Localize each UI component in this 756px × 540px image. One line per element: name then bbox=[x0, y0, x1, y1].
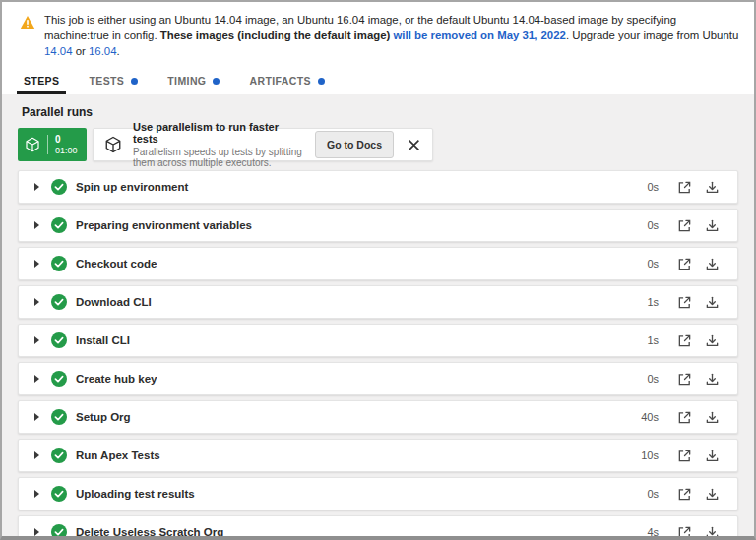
step-row[interactable]: Run Apex Tests 10s bbox=[18, 439, 738, 472]
open-in-new-window-icon[interactable] bbox=[670, 408, 698, 427]
step-duration: 0s bbox=[633, 181, 659, 193]
expand-caret-icon[interactable] bbox=[34, 260, 39, 268]
parallelism-info-title: Use parallelism to run faster tests bbox=[133, 121, 304, 145]
expand-caret-icon[interactable] bbox=[34, 375, 39, 383]
step-label: Download CLI bbox=[76, 296, 633, 308]
deprecation-banner: This job is either using an Ubuntu 14.04… bbox=[2, 2, 754, 63]
banner-text-bold: These images (including the default imag… bbox=[160, 30, 394, 41]
download-icon[interactable] bbox=[698, 293, 725, 312]
step-row[interactable]: Delete Useless Scratch Org 4s bbox=[18, 515, 738, 540]
step-label: Install CLI bbox=[76, 334, 633, 346]
parallelism-cube-icon bbox=[25, 137, 40, 152]
banner-text-segment: . bbox=[117, 45, 120, 57]
tab-notification-dot-icon bbox=[131, 78, 138, 85]
download-icon[interactable] bbox=[698, 370, 725, 389]
open-in-new-window-icon[interactable] bbox=[670, 293, 698, 312]
step-row[interactable]: Setup Org 40s bbox=[18, 400, 738, 434]
download-icon[interactable] bbox=[698, 178, 725, 197]
close-icon[interactable] bbox=[405, 137, 423, 153]
success-check-icon bbox=[51, 409, 67, 425]
parallel-runs-heading: Parallel runs bbox=[22, 105, 738, 119]
step-label: Preparing environment variables bbox=[76, 219, 633, 231]
download-icon[interactable] bbox=[698, 331, 725, 350]
step-label: Spin up environment bbox=[76, 181, 633, 193]
open-in-new-window-icon[interactable] bbox=[670, 370, 698, 389]
step-label: Run Apex Tests bbox=[76, 450, 633, 461]
step-duration: 4s bbox=[633, 526, 659, 538]
ubuntu-1404-link[interactable]: 14.04 bbox=[44, 45, 73, 57]
success-check-icon bbox=[51, 256, 67, 271]
step-duration: 0s bbox=[633, 488, 659, 500]
parallel-runs-row: 0 01:00 Use parallelism to run faster te… bbox=[18, 128, 738, 161]
success-check-icon bbox=[51, 371, 67, 387]
step-row[interactable]: Preparing environment variables 0s bbox=[18, 209, 738, 242]
step-row[interactable]: Checkout code 0s bbox=[18, 247, 738, 280]
banner-message: This job is either using an Ubuntu 14.04… bbox=[44, 12, 740, 59]
open-in-new-window-icon[interactable] bbox=[670, 331, 698, 350]
step-duration: 1s bbox=[633, 296, 659, 308]
step-label: Uploading test results bbox=[76, 488, 633, 500]
tab-item[interactable]: TIMING bbox=[166, 67, 220, 94]
steps-panel: Parallel runs 0 01:00 bbox=[2, 94, 754, 540]
expand-caret-icon[interactable] bbox=[34, 490, 39, 498]
step-row[interactable]: Uploading test results 0s bbox=[18, 477, 738, 510]
expand-caret-icon[interactable] bbox=[34, 336, 39, 344]
run-duration: 01:00 bbox=[55, 146, 78, 155]
step-label: Delete Useless Scratch Org bbox=[76, 526, 633, 538]
step-row[interactable]: Download CLI 1s bbox=[18, 285, 738, 319]
success-check-icon bbox=[51, 448, 67, 463]
tab-label: TIMING bbox=[167, 75, 206, 87]
ubuntu-1604-link[interactable]: 16.04 bbox=[89, 45, 117, 57]
open-in-new-window-icon[interactable] bbox=[670, 485, 698, 504]
download-icon[interactable] bbox=[698, 447, 725, 465]
step-label: Checkout code bbox=[76, 258, 633, 270]
expand-caret-icon[interactable] bbox=[34, 221, 39, 229]
parallelism-cube-icon bbox=[104, 136, 122, 153]
success-check-icon bbox=[51, 332, 67, 348]
step-label: Setup Org bbox=[76, 411, 633, 423]
step-duration: 40s bbox=[633, 411, 659, 423]
download-icon[interactable] bbox=[698, 255, 725, 273]
job-tabs: STEPS TESTS TIMING ARTIFACTS bbox=[2, 63, 754, 94]
expand-caret-icon[interactable] bbox=[34, 451, 39, 459]
expand-caret-icon[interactable] bbox=[34, 183, 39, 191]
step-row[interactable]: Install CLI 1s bbox=[18, 324, 738, 357]
step-duration: 1s bbox=[633, 334, 659, 346]
tab-item[interactable]: TESTS bbox=[88, 67, 139, 94]
tab-item[interactable]: ARTIFACTS bbox=[248, 67, 326, 94]
step-duration: 0s bbox=[633, 219, 659, 231]
tab-label: STEPS bbox=[24, 75, 59, 87]
open-in-new-window-icon[interactable] bbox=[670, 216, 698, 235]
step-row[interactable]: Create hub key 0s bbox=[18, 362, 738, 395]
open-in-new-window-icon[interactable] bbox=[670, 523, 698, 540]
step-duration: 0s bbox=[633, 258, 659, 270]
success-check-icon bbox=[51, 486, 67, 502]
badge-divider bbox=[47, 135, 48, 154]
download-icon[interactable] bbox=[698, 523, 725, 540]
success-check-icon bbox=[51, 217, 67, 233]
open-in-new-window-icon[interactable] bbox=[670, 178, 698, 197]
expand-caret-icon[interactable] bbox=[34, 298, 39, 306]
run-index: 0 bbox=[55, 134, 78, 146]
success-check-icon bbox=[51, 524, 67, 540]
expand-caret-icon[interactable] bbox=[34, 413, 39, 421]
open-in-new-window-icon[interactable] bbox=[670, 447, 698, 465]
download-icon[interactable] bbox=[698, 216, 725, 235]
go-to-docs-button[interactable]: Go to Docs bbox=[315, 131, 394, 158]
open-in-new-window-icon[interactable] bbox=[670, 255, 698, 273]
tab-notification-dot-icon bbox=[213, 78, 220, 85]
warning-triangle-icon bbox=[20, 15, 35, 33]
step-row[interactable]: Spin up environment 0s bbox=[18, 170, 738, 204]
tab-item[interactable]: STEPS bbox=[23, 67, 60, 94]
parallel-run-badge[interactable]: 0 01:00 bbox=[18, 128, 87, 161]
parallelism-info-subtitle: Parallelism speeds up tests by splitting… bbox=[133, 147, 304, 168]
tab-label: ARTIFACTS bbox=[249, 75, 311, 87]
success-check-icon bbox=[51, 294, 67, 310]
expand-caret-icon[interactable] bbox=[34, 528, 39, 536]
download-icon[interactable] bbox=[698, 485, 725, 504]
banner-text-segment: . Upgrade your image from Ubuntu bbox=[566, 30, 738, 41]
step-duration: 10s bbox=[633, 450, 659, 461]
download-icon[interactable] bbox=[698, 408, 725, 427]
removal-date-link[interactable]: will be removed on May 31, 2022 bbox=[394, 30, 566, 41]
tab-label: TESTS bbox=[89, 75, 124, 87]
